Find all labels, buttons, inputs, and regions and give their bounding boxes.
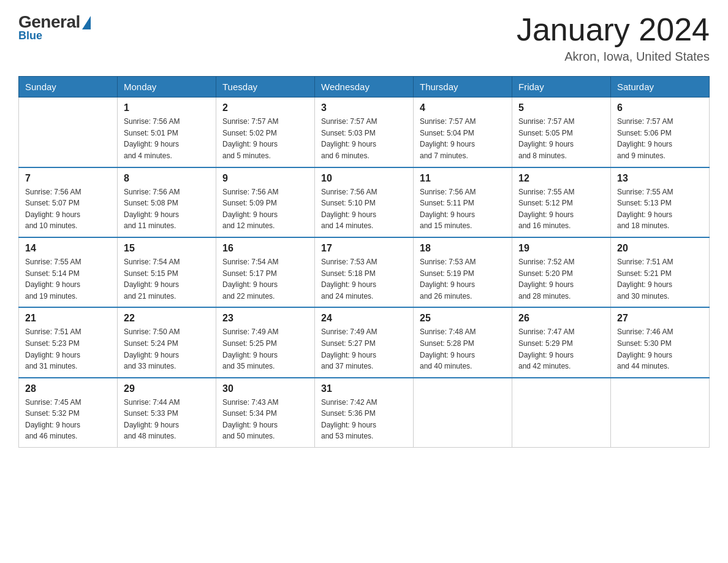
day-info: Sunrise: 7:49 AMSunset: 5:25 PMDaylight:… xyxy=(222,326,308,372)
calendar-cell: 27Sunrise: 7:46 AMSunset: 5:30 PMDayligh… xyxy=(611,307,710,377)
calendar-cell: 2Sunrise: 7:57 AMSunset: 5:02 PMDaylight… xyxy=(216,98,315,167)
day-info: Sunrise: 7:51 AMSunset: 5:21 PMDaylight:… xyxy=(617,256,703,302)
day-info: Sunrise: 7:53 AMSunset: 5:18 PMDaylight:… xyxy=(321,256,407,302)
calendar-cell xyxy=(19,98,118,167)
day-info: Sunrise: 7:50 AMSunset: 5:24 PMDaylight:… xyxy=(124,326,210,372)
day-number: 27 xyxy=(617,313,703,324)
day-number: 4 xyxy=(420,102,506,113)
calendar-cell: 10Sunrise: 7:56 AMSunset: 5:10 PMDayligh… xyxy=(315,167,414,237)
calendar-table: SundayMondayTuesdayWednesdayThursdayFrid… xyxy=(18,76,710,448)
header-saturday: Saturday xyxy=(611,77,710,98)
header-wednesday: Wednesday xyxy=(315,77,414,98)
day-info: Sunrise: 7:56 AMSunset: 5:07 PMDaylight:… xyxy=(25,186,111,232)
calendar-cell: 18Sunrise: 7:53 AMSunset: 5:19 PMDayligh… xyxy=(414,237,512,307)
day-number: 23 xyxy=(222,313,308,324)
calendar-cell: 17Sunrise: 7:53 AMSunset: 5:18 PMDayligh… xyxy=(315,237,414,307)
calendar-cell: 24Sunrise: 7:49 AMSunset: 5:27 PMDayligh… xyxy=(315,307,414,377)
day-info: Sunrise: 7:55 AMSunset: 5:13 PMDaylight:… xyxy=(617,186,703,232)
header-tuesday: Tuesday xyxy=(216,77,315,98)
calendar-cell: 11Sunrise: 7:56 AMSunset: 5:11 PMDayligh… xyxy=(414,167,512,237)
calendar-cell: 20Sunrise: 7:51 AMSunset: 5:21 PMDayligh… xyxy=(611,237,710,307)
day-number: 5 xyxy=(518,102,604,113)
calendar-cell: 23Sunrise: 7:49 AMSunset: 5:25 PMDayligh… xyxy=(216,307,315,377)
day-number: 28 xyxy=(25,383,111,394)
day-number: 31 xyxy=(321,383,407,394)
day-info: Sunrise: 7:56 AMSunset: 5:11 PMDaylight:… xyxy=(420,186,506,232)
calendar-cell xyxy=(414,378,512,448)
calendar-cell: 31Sunrise: 7:42 AMSunset: 5:36 PMDayligh… xyxy=(315,378,414,448)
calendar-cell: 26Sunrise: 7:47 AMSunset: 5:29 PMDayligh… xyxy=(512,307,611,377)
day-info: Sunrise: 7:42 AMSunset: 5:36 PMDaylight:… xyxy=(321,397,407,442)
day-number: 29 xyxy=(124,383,210,394)
day-number: 1 xyxy=(124,102,210,113)
calendar-week-1: 7Sunrise: 7:56 AMSunset: 5:07 PMDaylight… xyxy=(19,167,710,237)
day-info: Sunrise: 7:57 AMSunset: 5:06 PMDaylight:… xyxy=(617,116,703,161)
calendar-cell: 1Sunrise: 7:56 AMSunset: 5:01 PMDaylight… xyxy=(118,98,216,167)
calendar-cell: 28Sunrise: 7:45 AMSunset: 5:32 PMDayligh… xyxy=(19,378,118,448)
calendar-cell: 14Sunrise: 7:55 AMSunset: 5:14 PMDayligh… xyxy=(19,237,118,307)
logo-triangle-icon xyxy=(82,16,91,29)
calendar-cell: 4Sunrise: 7:57 AMSunset: 5:04 PMDaylight… xyxy=(414,98,512,167)
day-number: 7 xyxy=(25,173,111,184)
day-number: 2 xyxy=(222,102,308,113)
calendar-cell: 21Sunrise: 7:51 AMSunset: 5:23 PMDayligh… xyxy=(19,307,118,377)
day-number: 9 xyxy=(222,173,308,184)
calendar-week-2: 14Sunrise: 7:55 AMSunset: 5:14 PMDayligh… xyxy=(19,237,710,307)
day-info: Sunrise: 7:56 AMSunset: 5:09 PMDaylight:… xyxy=(222,186,308,232)
calendar-week-0: 1Sunrise: 7:56 AMSunset: 5:01 PMDaylight… xyxy=(19,98,710,167)
day-number: 25 xyxy=(420,313,506,324)
day-number: 22 xyxy=(124,313,210,324)
calendar-cell: 13Sunrise: 7:55 AMSunset: 5:13 PMDayligh… xyxy=(611,167,710,237)
day-info: Sunrise: 7:57 AMSunset: 5:04 PMDaylight:… xyxy=(420,116,506,161)
day-info: Sunrise: 7:45 AMSunset: 5:32 PMDaylight:… xyxy=(25,397,111,442)
day-info: Sunrise: 7:51 AMSunset: 5:23 PMDaylight:… xyxy=(25,326,111,372)
calendar-cell xyxy=(611,378,710,448)
calendar-header-row: SundayMondayTuesdayWednesdayThursdayFrid… xyxy=(19,77,710,98)
day-number: 16 xyxy=(222,243,308,254)
day-number: 14 xyxy=(25,243,111,254)
day-number: 15 xyxy=(124,243,210,254)
day-number: 19 xyxy=(518,243,604,254)
day-number: 3 xyxy=(321,102,407,113)
calendar-week-4: 28Sunrise: 7:45 AMSunset: 5:32 PMDayligh… xyxy=(19,378,710,448)
day-number: 24 xyxy=(321,313,407,324)
month-title: January 2024 xyxy=(517,12,710,47)
calendar-cell: 3Sunrise: 7:57 AMSunset: 5:03 PMDaylight… xyxy=(315,98,414,167)
day-info: Sunrise: 7:43 AMSunset: 5:34 PMDaylight:… xyxy=(222,397,308,442)
header-monday: Monday xyxy=(118,77,216,98)
day-info: Sunrise: 7:46 AMSunset: 5:30 PMDaylight:… xyxy=(617,326,703,372)
logo-blue-text: Blue xyxy=(18,29,42,42)
day-info: Sunrise: 7:52 AMSunset: 5:20 PMDaylight:… xyxy=(518,256,604,302)
calendar-cell: 19Sunrise: 7:52 AMSunset: 5:20 PMDayligh… xyxy=(512,237,611,307)
day-info: Sunrise: 7:44 AMSunset: 5:33 PMDaylight:… xyxy=(124,397,210,442)
day-info: Sunrise: 7:57 AMSunset: 5:05 PMDaylight:… xyxy=(518,116,604,161)
calendar-week-3: 21Sunrise: 7:51 AMSunset: 5:23 PMDayligh… xyxy=(19,307,710,377)
day-info: Sunrise: 7:54 AMSunset: 5:17 PMDaylight:… xyxy=(222,256,308,302)
day-number: 20 xyxy=(617,243,703,254)
header-friday: Friday xyxy=(512,77,611,98)
day-number: 12 xyxy=(518,173,604,184)
calendar-cell: 12Sunrise: 7:55 AMSunset: 5:12 PMDayligh… xyxy=(512,167,611,237)
day-number: 11 xyxy=(420,173,506,184)
day-info: Sunrise: 7:57 AMSunset: 5:02 PMDaylight:… xyxy=(222,116,308,161)
day-info: Sunrise: 7:56 AMSunset: 5:01 PMDaylight:… xyxy=(124,116,210,161)
calendar-cell: 16Sunrise: 7:54 AMSunset: 5:17 PMDayligh… xyxy=(216,237,315,307)
day-info: Sunrise: 7:49 AMSunset: 5:27 PMDaylight:… xyxy=(321,326,407,372)
calendar-cell: 6Sunrise: 7:57 AMSunset: 5:06 PMDaylight… xyxy=(611,98,710,167)
day-number: 13 xyxy=(617,173,703,184)
day-number: 30 xyxy=(222,383,308,394)
day-number: 8 xyxy=(124,173,210,184)
location-text: Akron, Iowa, United States xyxy=(517,50,710,64)
title-section: January 2024 Akron, Iowa, United States xyxy=(517,12,710,64)
day-info: Sunrise: 7:53 AMSunset: 5:19 PMDaylight:… xyxy=(420,256,506,302)
day-number: 21 xyxy=(25,313,111,324)
day-number: 6 xyxy=(617,102,703,113)
day-info: Sunrise: 7:56 AMSunset: 5:08 PMDaylight:… xyxy=(124,186,210,232)
day-number: 18 xyxy=(420,243,506,254)
calendar-cell: 5Sunrise: 7:57 AMSunset: 5:05 PMDaylight… xyxy=(512,98,611,167)
calendar-cell: 29Sunrise: 7:44 AMSunset: 5:33 PMDayligh… xyxy=(118,378,216,448)
logo: General Blue xyxy=(18,12,91,42)
day-info: Sunrise: 7:56 AMSunset: 5:10 PMDaylight:… xyxy=(321,186,407,232)
day-number: 26 xyxy=(518,313,604,324)
calendar-cell: 25Sunrise: 7:48 AMSunset: 5:28 PMDayligh… xyxy=(414,307,512,377)
